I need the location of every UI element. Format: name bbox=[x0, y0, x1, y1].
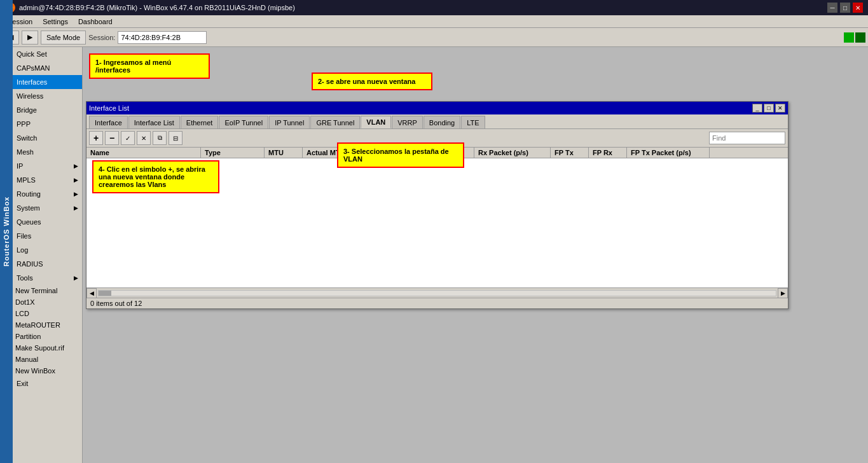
tabs-bar: Interface Interface List Ethernet EoIP T… bbox=[86, 114, 788, 129]
tab-vrrp-label: VRRP bbox=[397, 119, 417, 127]
tab-interface-list[interactable]: Interface List bbox=[128, 116, 180, 128]
sidebar-label-log: Log bbox=[17, 246, 78, 254]
scroll-right-button[interactable]: ▶ bbox=[778, 288, 788, 298]
tab-interface[interactable]: Interface bbox=[89, 116, 128, 128]
sidebar-label-capsman: CAPsMAN bbox=[17, 64, 78, 72]
annotation-text-3: 3- Seleccionamos la pestaña de VLAN bbox=[343, 148, 449, 163]
sidebar-label-make-supout: Make Supout.rif bbox=[15, 344, 78, 352]
tab-gre-tunnel[interactable]: GRE Tunnel bbox=[310, 116, 360, 128]
session-label: Session: bbox=[88, 34, 115, 41]
tab-vlan-label: VLAN bbox=[366, 118, 385, 126]
ip-arrow-icon: ▶ bbox=[74, 163, 78, 169]
annotation-text-2: 2- se abre una nueva ventana bbox=[318, 78, 415, 85]
tab-bonding-label: Bonding bbox=[429, 119, 455, 127]
tab-eoip-tunnel-label: EoIP Tunnel bbox=[224, 119, 263, 127]
sidebar-label-system: System bbox=[17, 204, 71, 212]
col-mtu[interactable]: MTU bbox=[265, 148, 303, 158]
close-button[interactable]: ✕ bbox=[853, 3, 863, 13]
tab-lte-label: LTE bbox=[467, 119, 479, 127]
tab-vrrp[interactable]: VRRP bbox=[392, 116, 423, 128]
tab-vlan[interactable]: VLAN bbox=[361, 116, 391, 128]
search-input[interactable] bbox=[709, 132, 785, 144]
tab-eoip-tunnel[interactable]: EoIP Tunnel bbox=[219, 116, 268, 128]
tab-interface-label: Interface bbox=[95, 119, 122, 127]
sidebar-label-manual: Manual bbox=[15, 356, 78, 363]
tab-bonding[interactable]: Bonding bbox=[424, 116, 460, 128]
tab-ethernet-label: Ethernet bbox=[186, 119, 213, 127]
annotation-box-2: 2- se abre una nueva ventana bbox=[312, 73, 432, 90]
annotation-box-3: 3- Seleccionamos la pestaña de VLAN bbox=[337, 142, 464, 168]
sidebar-label-new-winbox: New WinBox bbox=[15, 367, 78, 375]
sidebar-label-wireless: Wireless bbox=[17, 92, 78, 100]
tab-ip-tunnel-label: IP Tunnel bbox=[275, 119, 304, 127]
tab-interface-list-label: Interface List bbox=[134, 119, 174, 127]
tab-ip-tunnel[interactable]: IP Tunnel bbox=[269, 116, 310, 128]
sidebar-label-new-terminal: New Terminal bbox=[15, 287, 78, 294]
session-input[interactable] bbox=[118, 31, 207, 44]
scroll-track[interactable] bbox=[98, 290, 776, 296]
sidebar-label-dot1x: Dot1X bbox=[15, 298, 78, 306]
interface-window: Interface List _ □ ✕ Interface Interface… bbox=[86, 101, 789, 309]
toolbar-indicators bbox=[844, 32, 865, 43]
window-titlebar: Interface List _ □ ✕ bbox=[86, 102, 788, 114]
menu-settings[interactable]: Settings bbox=[38, 17, 73, 27]
sidebar-label-lcd: LCD bbox=[15, 310, 78, 317]
scroll-left-button[interactable]: ◀ bbox=[86, 288, 97, 298]
col-fp-rx[interactable]: FP Rx bbox=[589, 148, 627, 158]
tab-ethernet[interactable]: Ethernet bbox=[181, 116, 219, 128]
sidebar-label-files: Files bbox=[17, 232, 78, 240]
indicator-green bbox=[844, 32, 854, 43]
sidebar-label-mpls: MPLS bbox=[17, 176, 71, 184]
scroll-area: ◀ ▶ bbox=[86, 287, 788, 298]
tools-arrow-icon: ▶ bbox=[74, 275, 78, 281]
sidebar-label-queues: Queues bbox=[17, 218, 78, 226]
add-button[interactable]: + bbox=[89, 131, 103, 145]
forward-button[interactable]: ▶ bbox=[22, 31, 38, 45]
safe-mode-button[interactable]: Safe Mode bbox=[41, 31, 86, 45]
tab-gre-tunnel-label: GRE Tunnel bbox=[316, 119, 354, 127]
window-maximize-button[interactable]: □ bbox=[764, 104, 774, 113]
maximize-button[interactable]: □ bbox=[840, 3, 850, 13]
col-rx-packet[interactable]: Rx Packet (p/s) bbox=[474, 148, 551, 158]
window-controls[interactable]: _ □ ✕ bbox=[752, 104, 785, 113]
annotation-box-4: 4- Clic en el simbolo +, se abrira una n… bbox=[92, 160, 219, 193]
sidebar-label-ip: IP bbox=[17, 162, 71, 170]
annotation-text-1: 1- Ingresamos al menú /interfaces bbox=[95, 59, 171, 74]
window-close-button[interactable]: ✕ bbox=[775, 104, 785, 113]
sidebar-label-metarouter: MetaROUTER bbox=[15, 321, 78, 329]
sidebar-label-tools: Tools bbox=[17, 274, 71, 282]
toolbar: ◀ ▶ Safe Mode Session: bbox=[0, 28, 868, 47]
sidebar-label-radius: RADIUS bbox=[17, 260, 78, 268]
window-minimize-button[interactable]: _ bbox=[752, 104, 762, 113]
sidebar-label-bridge: Bridge bbox=[17, 106, 78, 114]
sidebar-label-interfaces: Interfaces bbox=[17, 78, 78, 86]
sidebar-label-exit: Exit bbox=[17, 380, 78, 387]
sidebar-label-quick-set: Quick Set bbox=[17, 50, 78, 58]
mpls-arrow-icon: ▶ bbox=[74, 177, 78, 183]
filter-button[interactable]: ⊟ bbox=[169, 131, 183, 145]
sidebar-label-routing: Routing bbox=[17, 190, 71, 198]
indicator-dark bbox=[855, 32, 865, 43]
minimize-button[interactable]: ─ bbox=[827, 3, 837, 13]
sidebar-label-switch: Switch bbox=[17, 134, 78, 142]
menu-dashboard[interactable]: Dashboard bbox=[73, 17, 118, 27]
window-title: admin@74:4D:28:B9:F4:2B (MikroTik) - Win… bbox=[19, 4, 295, 11]
col-fp-tx[interactable]: FP Tx bbox=[551, 148, 589, 158]
copy-button[interactable]: ⧉ bbox=[153, 131, 167, 145]
enable-button[interactable]: ✓ bbox=[121, 131, 135, 145]
tab-lte[interactable]: LTE bbox=[461, 116, 485, 128]
title-bar-left: 🔶 admin@74:4D:28:B9:F4:2B (MikroTik) - W… bbox=[5, 3, 295, 13]
col-name[interactable]: Name bbox=[86, 148, 201, 158]
title-controls[interactable]: ─ □ ✕ bbox=[827, 3, 863, 13]
window-title-text: Interface List bbox=[89, 104, 129, 112]
remove-button[interactable]: − bbox=[105, 131, 119, 145]
status-text: 0 items out of 12 bbox=[90, 300, 142, 307]
col-fp-tx-packet[interactable]: FP Tx Packet (p/s) bbox=[627, 148, 710, 158]
main-layout: RouterOS WinBox ⚡ Quick Set 📡 CAPsMAN ■ … bbox=[0, 47, 868, 463]
sidebar-label-partition: Partition bbox=[15, 333, 78, 340]
content-area: 1- Ingresamos al menú /interfaces 2- se … bbox=[83, 47, 868, 463]
title-bar: 🔶 admin@74:4D:28:B9:F4:2B (MikroTik) - W… bbox=[0, 0, 868, 15]
disable-button[interactable]: ✕ bbox=[137, 131, 151, 145]
col-type[interactable]: Type bbox=[201, 148, 265, 158]
status-bar: 0 items out of 12 bbox=[86, 298, 788, 308]
